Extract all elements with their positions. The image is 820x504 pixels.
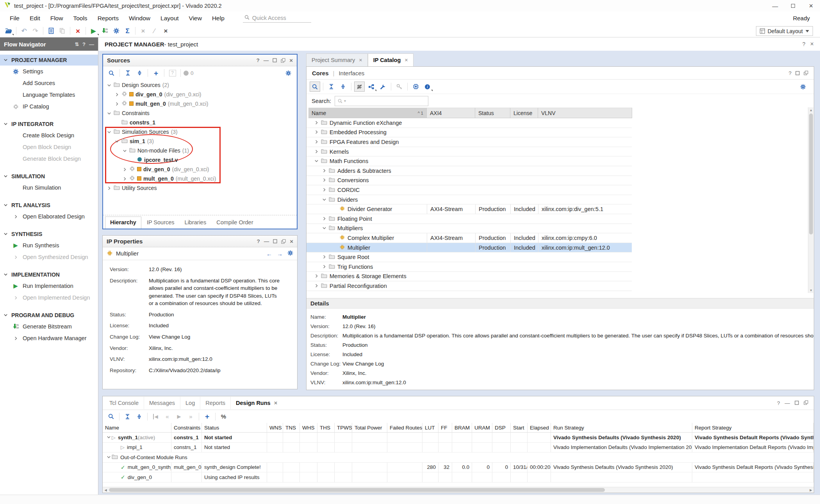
catalog-row-dividers[interactable]: Dividers xyxy=(307,195,632,205)
tab-design-runs[interactable]: Design Runs× xyxy=(231,397,282,409)
min-panel-icon[interactable]: — xyxy=(264,238,269,244)
play-icon[interactable]: ▶ xyxy=(174,412,184,422)
float-panel-icon[interactable] xyxy=(281,239,286,244)
chevron-right-icon[interactable] xyxy=(322,254,326,260)
chevron-down-icon[interactable] xyxy=(322,225,326,231)
maximize-panel-icon[interactable] xyxy=(795,400,799,406)
close-icon[interactable]: × xyxy=(802,0,820,12)
close-tab-icon[interactable]: × xyxy=(359,57,362,63)
nav-section-header[interactable]: RTL ANALYSIS xyxy=(0,200,98,211)
chevron-down-icon[interactable] xyxy=(114,139,119,144)
customize-icon[interactable] xyxy=(378,82,388,92)
menu-flow[interactable]: Flow xyxy=(45,13,68,23)
nav-section-header[interactable]: SYNTHESIS xyxy=(0,229,98,240)
chevron-right-icon[interactable] xyxy=(314,129,319,135)
catalog-row-adders-subtracters[interactable]: Adders & Subtracters xyxy=(307,166,632,176)
step-back-icon[interactable]: « xyxy=(162,412,173,422)
nav-section-header[interactable]: IMPLEMENTATION xyxy=(0,269,98,280)
chevron-right-icon[interactable] xyxy=(314,273,319,279)
column-header-total_power[interactable]: Total Power xyxy=(352,423,387,433)
column-header-license[interactable]: License xyxy=(510,108,538,118)
chevron-down-icon[interactable] xyxy=(107,435,111,440)
collapse-all-icon[interactable] xyxy=(122,412,133,422)
tab-reports[interactable]: Reports xyxy=(200,397,231,409)
catalog-row-complex-multiplier[interactable]: Complex MultiplierAXI4-StreamProductionI… xyxy=(307,233,632,243)
sidebar-item-open-block-design[interactable]: Open Block Design xyxy=(0,141,98,153)
help-panel-icon[interactable]: ? xyxy=(256,57,259,63)
minimize-panel-icon[interactable]: — xyxy=(89,41,94,47)
tree-item-Non-module Files[interactable]: Non-module Files (1) xyxy=(103,146,297,155)
column-header-tpws[interactable]: TPWS xyxy=(335,423,352,433)
tree-item-Utility Sources[interactable]: Utility Sources xyxy=(103,183,297,193)
run-row-div-gen-0[interactable]: ✓div_gen_0Using cached IP results xyxy=(103,472,814,483)
catalog-row-square-root[interactable]: Square Root xyxy=(307,252,632,262)
chevron-down-icon[interactable] xyxy=(122,149,127,153)
settings-icon[interactable] xyxy=(111,26,121,36)
catalog-row-multiplier[interactable]: MultiplierProductionIncludedxilinx.com:i… xyxy=(307,243,632,253)
menu-reports[interactable]: Reports xyxy=(93,13,124,23)
step-forward-icon[interactable]: » xyxy=(185,412,196,422)
catalog-row-trig-functions[interactable]: Trig Functions xyxy=(307,262,632,272)
step-first-icon[interactable]: ◀ xyxy=(150,412,161,422)
pencil-icon[interactable]: ⁄ xyxy=(149,26,160,36)
chevron-right-icon[interactable] xyxy=(314,120,319,126)
search-icon[interactable] xyxy=(106,68,117,78)
column-header-run_strategy[interactable]: Run Strategy xyxy=(551,423,692,433)
collapse-all-icon[interactable] xyxy=(326,82,337,92)
column-header-name[interactable]: Name xyxy=(103,423,171,433)
help-icon[interactable]: ? xyxy=(802,41,806,47)
column-header-status[interactable]: Status xyxy=(202,423,267,433)
back-icon[interactable]: ← xyxy=(266,250,272,257)
tree-item-Simulation Sources[interactable]: Simulation Sources (3) xyxy=(103,127,297,137)
catalog-row-fpga-features-and-design[interactable]: FPGA Features and Design xyxy=(307,137,632,147)
chevron-right-icon[interactable] xyxy=(322,264,326,270)
field-value[interactable]: View Change Log xyxy=(149,333,281,341)
chevron-right-icon[interactable] xyxy=(322,187,326,193)
close-panel-icon[interactable]: × xyxy=(289,57,293,64)
column-header-elapsed[interactable]: Elapsed xyxy=(528,423,551,433)
nav-section-header[interactable]: SIMULATION xyxy=(0,171,98,182)
catalog-search-input[interactable]: ▾ xyxy=(335,96,428,106)
help-icon[interactable]: ? xyxy=(82,41,86,47)
chevron-right-icon[interactable] xyxy=(114,92,119,97)
ip-packager-icon[interactable] xyxy=(410,82,421,92)
tree-item-mult_gen_0[interactable]: mult_gen_0 (mult_gen_0.xci) xyxy=(103,99,297,108)
column-header-vlnv[interactable]: VLNV xyxy=(538,108,632,118)
tab-cores[interactable]: Cores xyxy=(312,70,329,76)
group-by-icon[interactable] xyxy=(366,82,376,92)
tree-item-mult_gen_0[interactable]: mult_gen_0 (mult_gen_0.xci) xyxy=(103,174,297,183)
column-header-constraints[interactable]: Constraints xyxy=(171,423,202,433)
tab-compile-order[interactable]: Compile Order xyxy=(212,217,258,229)
close-icon[interactable]: × xyxy=(810,41,814,48)
catalog-row-floating-point[interactable]: Floating Point xyxy=(307,214,632,224)
max-panel-icon[interactable] xyxy=(273,239,277,243)
float-panel-icon[interactable] xyxy=(804,400,808,406)
column-header-ths[interactable]: THS xyxy=(317,423,335,433)
catalog-row-divider-generator[interactable]: Divider GeneratorAXI4-StreamProductionIn… xyxy=(307,204,632,214)
sidebar-item-open-synthesized-design[interactable]: Open Synthesized Design xyxy=(0,251,98,263)
column-header-name[interactable]: Name^ 1 xyxy=(308,108,427,118)
messages-badge[interactable]: 0 xyxy=(184,70,194,76)
field-value[interactable]: Production xyxy=(342,342,368,348)
info-icon[interactable]: i xyxy=(422,82,433,92)
minimize-panel-icon[interactable]: — xyxy=(785,400,790,406)
column-header-whs[interactable]: WHS xyxy=(300,423,317,433)
chevron-down-icon[interactable] xyxy=(322,197,326,203)
menu-view[interactable]: View xyxy=(184,13,207,23)
tab-tcl-console[interactable]: Tcl Console xyxy=(104,397,144,409)
catalog-row-dynamic-function-exchange[interactable]: Dynamic Function eXchange xyxy=(307,118,632,128)
tab-libraries[interactable]: Libraries xyxy=(180,217,211,229)
menu-layout[interactable]: Layout xyxy=(155,13,184,23)
expand-all-icon[interactable] xyxy=(134,68,145,78)
float-panel-icon[interactable] xyxy=(281,58,285,63)
column-header-wns[interactable]: WNS xyxy=(267,423,283,433)
run-row-mult-gen-0-synth-1[interactable]: ✓mult_gen_0_synth_1mult_gen_0synth_desig… xyxy=(103,463,814,473)
sidebar-item-create-block-design[interactable]: Create Block Design xyxy=(0,130,98,141)
chevron-down-icon[interactable] xyxy=(106,130,112,134)
chevron-right-icon[interactable] xyxy=(322,177,326,183)
sidebar-item-open-hardware-manager[interactable]: Open Hardware Manager xyxy=(0,332,98,344)
sidebar-item-language-templates[interactable]: Language Templates xyxy=(0,89,98,101)
sidebar-item-open-implemented-design[interactable]: Open Implemented Design xyxy=(0,292,98,303)
tab-ip-catalog[interactable]: IP Catalog× xyxy=(368,53,414,66)
nav-section-header[interactable]: IP INTEGRATOR xyxy=(0,119,98,130)
